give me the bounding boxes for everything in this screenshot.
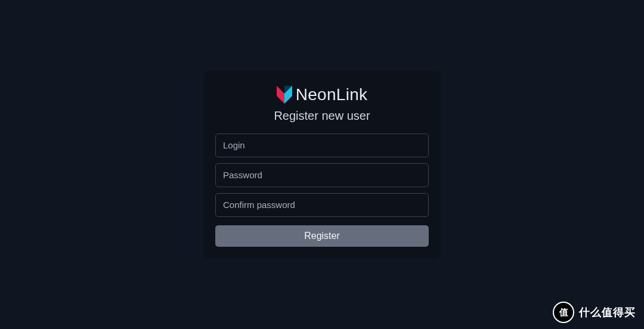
register-form: Register xyxy=(215,134,429,247)
neonlink-logo-icon xyxy=(277,86,292,104)
brand-name: NeonLink xyxy=(296,85,368,104)
register-card: NeonLink Register new user Register xyxy=(203,71,441,259)
confirm-password-input[interactable] xyxy=(215,193,429,217)
login-input[interactable] xyxy=(215,134,429,157)
password-input[interactable] xyxy=(215,163,429,187)
smzdm-watermark: 值 什么值得买 xyxy=(553,302,636,323)
smzdm-text: 什么值得买 xyxy=(579,305,636,319)
register-button[interactable]: Register xyxy=(215,225,429,247)
smzdm-badge-icon: 值 xyxy=(553,302,574,323)
brand-logo-row: NeonLink xyxy=(277,85,368,104)
form-title: Register new user xyxy=(274,109,370,123)
svg-marker-0 xyxy=(277,86,284,104)
